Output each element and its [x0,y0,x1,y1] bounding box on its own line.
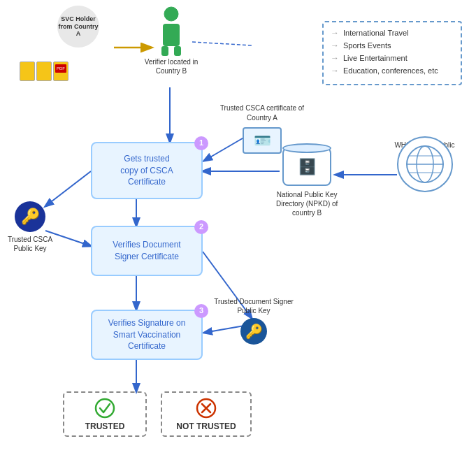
certificate-icon: 🪪 [254,132,271,149]
doc-cards: PDF [20,62,68,81]
usecase-label-2: Sports Events [343,41,391,50]
who-globe-icon [404,143,446,185]
step1-badge: 1 [194,136,208,150]
trusted-doc-key-icon: 🔑 [240,318,267,345]
who-circle [397,136,453,192]
step2-label: Verifies Document Signer Certificate [113,239,180,263]
step1-box: 1 Gets trusted copy of CSCA Certificate [91,142,203,199]
not-trusted-label: NOT TRUSTED [176,421,236,431]
key-icon-left: 🔑 [21,208,40,226]
usecase-item-3: → Live Entertainment [331,53,454,63]
arrow-icon-2: → [331,41,339,50]
doc-card-1 [20,62,35,81]
trusted-label: TRUSTED [85,421,125,431]
diagram: SVC Holder from Country A PDF Verifier l… [0,0,476,462]
svg-line-2 [192,42,252,45]
not-trusted-box: NOT TRUSTED [161,391,252,437]
npkd-cylinder: 🗄️ National Public Key Directory (NPKD) … [276,143,338,217]
trusted-csca-key-label: Trusted CSCA Public Key [6,235,55,253]
trusted-box: TRUSTED [63,391,147,437]
npkd-label: National Public Key Directory (NPKD) of … [276,190,338,217]
usecase-box: → International Travel → Sports Events →… [322,21,462,85]
verifier-person-icon [156,6,187,56]
step3-label: Verifies Signature on Smart Vaccination … [108,317,186,352]
step3-badge: 3 [194,304,208,318]
verifier-actor: Verifier located in Country B [143,6,199,75]
svg-point-22 [96,399,114,417]
who-container: WHO Global Public Key Directory containi… [391,136,458,177]
step1-number: 1 [199,138,203,148]
trusted-checkmark-icon [94,398,115,419]
step2-badge: 2 [194,220,208,234]
step2-box: 2 Verifies Document Signer Certificate [91,226,203,276]
step2-number: 2 [199,222,203,232]
step3-number: 3 [199,305,203,316]
svc-holder-circle: SVC Holder from Country A [57,6,99,48]
trusted-csca-key-container: 🔑 Trusted CSCA Public Key [6,201,55,253]
trusted-doc-key-container: Trusted Document Signer Public Key 🔑 [208,297,299,345]
arrow-icon-4: → [331,66,339,75]
doc-card-2 [36,62,52,81]
arrow-icon-3: → [331,53,339,63]
cyl-top-npkd [282,143,331,153]
svg-point-13 [164,7,178,21]
svg-rect-15 [161,46,168,56]
trusted-csca-key-icon: 🔑 [15,201,45,232]
svg-rect-14 [163,24,180,46]
usecase-label-3: Live Entertainment [343,54,408,62]
svc-holder-label: SVC Holder from Country A [57,15,99,38]
npkd-db-icon: 🗄️ [298,158,317,176]
trusted-csca-label: Trusted CSCA certificate of Country A [217,103,308,123]
usecase-item-2: → Sports Events [331,41,454,50]
svc-holder-actor: SVC Holder from Country A [50,6,106,48]
step1-label: Gets trusted copy of CSCA Certificate [120,153,173,188]
trusted-doc-key-label: Trusted Document Signer Public Key [208,297,299,315]
arrow-icon-1: → [331,28,339,38]
usecase-item-4: → Education, conferences, etc [331,66,454,75]
verifier-label: Verifier located in Country B [143,57,199,75]
step3-box: 3 Verifies Signature on Smart Vaccinatio… [91,310,203,360]
usecase-label-1: International Travel [343,29,409,37]
svg-rect-16 [174,46,181,56]
usecase-label-4: Education, conferences, etc [343,66,438,75]
not-trusted-cross-icon [196,398,217,419]
usecase-item-1: → International Travel [331,28,454,38]
key-icon-right: 🔑 [245,323,263,340]
results-container: TRUSTED NOT TRUSTED [63,391,252,437]
cyl-body-npkd: 🗄️ [282,147,331,186]
